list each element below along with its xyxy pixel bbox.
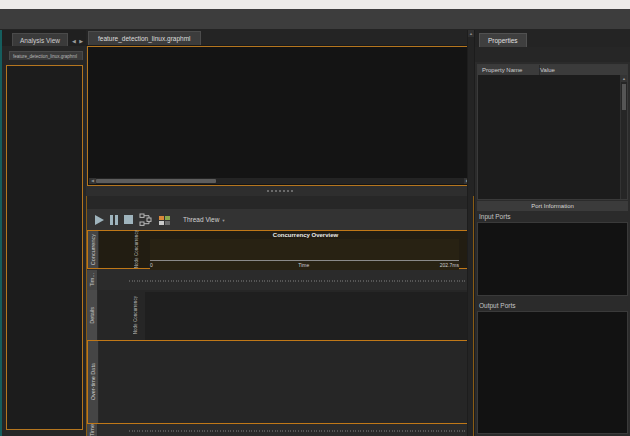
play-button[interactable] [95,215,104,225]
stop-button[interactable] [124,215,133,224]
time-ruler-bottom: Time [87,424,472,436]
flame-file-tab[interactable]: feature_detection_linux.graphml [9,51,83,60]
panel-splitter[interactable] [86,186,474,196]
chevron-down-icon: ▼ [221,218,225,223]
properties-tabbar: Properties [475,30,630,47]
details-section: Details Node Concurrency [87,290,472,340]
properties-subtabs [475,47,630,62]
details-y-axis-label: Node Concurrency [133,292,138,338]
panel-border-right [473,196,474,436]
graph-canvas[interactable]: ◀ ▶ [87,46,473,186]
bottom-tabbar [87,196,473,209]
scroll-up-icon[interactable]: ▲ [621,75,627,82]
app-window: Analysis View ◀ ▶ feature_detection_linu… [0,0,630,436]
property-grid-vscrollbar[interactable]: ▲ [620,75,627,199]
tab-details[interactable]: Details [87,290,98,340]
input-ports-label: Input Ports [479,213,510,220]
tab-time[interactable]: Time [87,424,98,436]
main-toolbar [0,9,630,30]
overtime-data-section: Over-time Data [87,340,472,424]
scroll-left-icon[interactable]: ◀ [89,178,96,184]
flow-graph[interactable] [88,47,472,177]
panel-border-left [86,196,87,436]
tab-timeline[interactable]: Tim... [87,270,98,290]
menu-bar [0,0,630,9]
tab-properties[interactable]: Properties [479,33,527,47]
output-ports-table [477,311,628,434]
tab-concurrency[interactable]: Concurrency [88,231,99,268]
output-ports-label: Output Ports [479,302,516,309]
input-ports-table [477,222,628,296]
tab-overtime-data[interactable]: Over-time Data [88,341,99,423]
overview-y-axis-label: Node Concurrency [134,233,139,266]
trace-controls: Thread View▼ [87,209,473,230]
document-tabbar: feature_detection_linux.graphml [86,30,474,46]
analysis-view-panel: Analysis View ◀ ▶ feature_detection_linu… [0,30,86,436]
pause-button[interactable] [110,215,118,225]
time-ruler-top: Tim... [87,270,472,290]
thread-view-dropdown[interactable]: Thread View▼ [183,216,225,223]
splitter-grip-icon [267,190,293,193]
scroll-thumb[interactable] [622,84,626,110]
flame-graph [6,65,83,430]
tab-graphml-document[interactable]: feature_detection_linux.graphml [88,31,201,45]
flow-view-icon[interactable] [139,213,152,226]
port-information-header: Port Information [477,201,628,211]
scroll-thumb[interactable] [96,179,216,183]
tab-scroll-arrows[interactable]: ◀ ▶ [72,38,86,46]
properties-panel: Properties Property Name Value ▲ Port In… [474,30,630,436]
overview-x-axis: 0 Time 202.7ms [150,260,459,267]
graph-hscrollbar[interactable]: ◀ ▶ [89,178,471,184]
overview-title: Concurrency Overview [150,232,461,238]
property-grid-header: Property Name Value [478,65,627,75]
center-panel: feature_detection_linux.graphml ◀ ▶ Thre… [86,30,474,436]
analysis-view-tabbar: Analysis View ◀ ▶ [2,30,86,46]
tab-analysis-view[interactable]: Analysis View [12,33,68,46]
property-grid: Property Name Value ▲ [477,64,628,200]
concurrency-overview-section: Concurrency Node Concurrency Concurrency… [87,230,472,269]
legend-colors-icon[interactable] [158,213,171,226]
